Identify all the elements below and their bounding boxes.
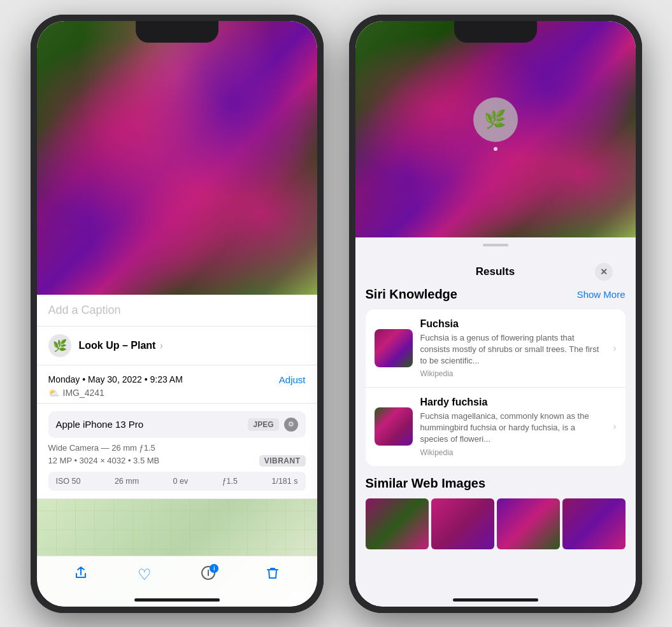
fuchsia-info: Fuchsia Fuchsia is a genus of flowering … bbox=[420, 318, 603, 379]
exif-shutter: 1/181 s bbox=[271, 477, 297, 486]
heart-button[interactable]: ♡ bbox=[138, 566, 152, 584]
results-title: Results bbox=[396, 265, 595, 278]
flower-photo-right[interactable]: 🌿 bbox=[355, 21, 636, 237]
device-section: Apple iPhone 13 Pro JPEG ⚙ Wide Camera —… bbox=[37, 404, 317, 499]
svg-point-1 bbox=[208, 570, 209, 571]
home-indicator-left bbox=[134, 598, 220, 602]
home-indicator-right bbox=[453, 598, 538, 602]
right-phone-frame: 🌿 Results ✕ bbox=[349, 15, 642, 613]
results-header: Results ✕ bbox=[367, 254, 624, 287]
right-phone-content: 🌿 Results ✕ bbox=[355, 21, 636, 607]
meta-date: Monday • May 30, 2022 • 9:23 AM bbox=[48, 374, 183, 384]
close-button[interactable]: ✕ bbox=[595, 263, 613, 281]
left-phone-content: Add a Caption 🌿 Look Up – Plant › Monday… bbox=[37, 21, 317, 607]
flower-overlay-left bbox=[37, 21, 317, 295]
lookup-chevron: › bbox=[160, 340, 163, 351]
fuchsia-chevron: › bbox=[613, 342, 616, 354]
device-row: Apple iPhone 13 Pro JPEG ⚙ bbox=[48, 411, 306, 438]
fuchsia-thumbnail bbox=[375, 329, 413, 367]
similar-image-2[interactable] bbox=[431, 498, 494, 549]
siri-dot bbox=[494, 147, 497, 151]
flower-photo-left[interactable] bbox=[37, 21, 317, 295]
meta-filename-row: ⛅ IMG_4241 bbox=[48, 388, 306, 398]
knowledge-item-fuchsia[interactable]: Fuchsia Fuchsia is a genus of flowering … bbox=[366, 309, 626, 388]
phones-container: Add a Caption 🌿 Look Up – Plant › Monday… bbox=[31, 15, 642, 613]
hardy-fuchsia-title: Hardy fuchsia bbox=[420, 397, 603, 408]
exif-row: ISO 50 26 mm 0 ev ƒ1.5 1/181 s bbox=[48, 472, 306, 491]
exif-ev: 0 ev bbox=[173, 477, 189, 486]
hardy-fuchsia-source: Wikipedia bbox=[420, 448, 603, 457]
left-phone-frame: Add a Caption 🌿 Look Up – Plant › Monday… bbox=[31, 15, 324, 613]
info-badge: i bbox=[210, 564, 218, 573]
wide-camera-details: Wide Camera — 26 mm ƒ1.5 bbox=[48, 443, 306, 453]
lookup-label: Look Up – Plant › bbox=[79, 340, 164, 351]
notch-right bbox=[454, 21, 537, 43]
left-phone-screen: Add a Caption 🌿 Look Up – Plant › Monday… bbox=[37, 21, 317, 607]
exif-aperture: ƒ1.5 bbox=[222, 477, 238, 486]
device-badges: JPEG ⚙ bbox=[248, 418, 297, 432]
info-button[interactable]: i bbox=[201, 565, 216, 584]
similar-image-4[interactable] bbox=[562, 498, 626, 549]
similar-images-grid bbox=[366, 498, 626, 549]
exif-focal: 26 mm bbox=[115, 477, 139, 486]
fuchsia-source: Wikipedia bbox=[420, 369, 603, 378]
settings-icon[interactable]: ⚙ bbox=[284, 418, 298, 432]
hardy-fuchsia-chevron: › bbox=[613, 421, 616, 432]
similar-images-title: Similar Web Images bbox=[366, 476, 626, 491]
lookup-row[interactable]: 🌿 Look Up – Plant › bbox=[37, 327, 317, 365]
show-more-button[interactable]: Show More bbox=[577, 289, 626, 300]
share-button[interactable] bbox=[74, 566, 88, 584]
hardy-fuchsia-description: Fuchsia magellanica, commonly known as t… bbox=[420, 411, 603, 446]
caption-area[interactable]: Add a Caption bbox=[37, 295, 317, 327]
siri-knowledge-title: Siri Knowledge bbox=[366, 287, 457, 302]
lookup-icon-circle: 🌿 bbox=[48, 334, 71, 357]
knowledge-item-hardy-fuchsia[interactable]: Hardy fuchsia Fuchsia magellanica, commo… bbox=[366, 388, 626, 466]
fuchsia-description: Fuchsia is a genus of flowering plants t… bbox=[420, 332, 603, 367]
siri-knowledge-section-header: Siri Knowledge Show More bbox=[366, 287, 626, 302]
mp-info: 12 MP • 3024 × 4032 • 3.5 MB bbox=[48, 456, 160, 465]
mp-row: 12 MP • 3024 × 4032 • 3.5 MB VIBRANT bbox=[48, 455, 306, 467]
notch-left bbox=[136, 21, 218, 43]
similar-web-images-section: Similar Web Images bbox=[366, 476, 626, 549]
exif-iso: ISO 50 bbox=[56, 477, 81, 486]
filename: IMG_4241 bbox=[63, 388, 104, 398]
knowledge-card: Fuchsia Fuchsia is a genus of flowering … bbox=[366, 309, 626, 466]
similar-image-1[interactable] bbox=[366, 498, 429, 549]
cloud-icon: ⛅ bbox=[48, 388, 59, 398]
results-panel: Results ✕ Siri Knowledge Show More bbox=[355, 237, 636, 607]
adjust-button[interactable]: Adjust bbox=[279, 374, 306, 385]
results-content: Siri Knowledge Show More Fuchsia Fuchsia… bbox=[355, 287, 636, 607]
right-phone-screen: 🌿 Results ✕ bbox=[355, 21, 636, 607]
similar-image-3[interactable] bbox=[497, 498, 560, 549]
hardy-fuchsia-info: Hardy fuchsia Fuchsia magellanica, commo… bbox=[420, 397, 603, 457]
siri-visual-recognition-circle: 🌿 bbox=[473, 97, 518, 142]
trash-button[interactable] bbox=[266, 566, 280, 584]
meta-date-row: Monday • May 30, 2022 • 9:23 AM Adjust bbox=[48, 374, 306, 385]
fuchsia-title: Fuchsia bbox=[420, 318, 603, 330]
drag-handle[interactable] bbox=[483, 244, 508, 246]
hardy-fuchsia-thumbnail bbox=[375, 407, 413, 446]
caption-placeholder: Add a Caption bbox=[48, 304, 121, 316]
vibrant-badge: VIBRANT bbox=[259, 455, 306, 467]
device-name: Apple iPhone 13 Pro bbox=[56, 419, 144, 430]
leaf-icon: 🌿 bbox=[53, 339, 67, 353]
meta-section: Monday • May 30, 2022 • 9:23 AM Adjust ⛅… bbox=[37, 365, 317, 404]
jpeg-badge: JPEG bbox=[248, 418, 278, 431]
